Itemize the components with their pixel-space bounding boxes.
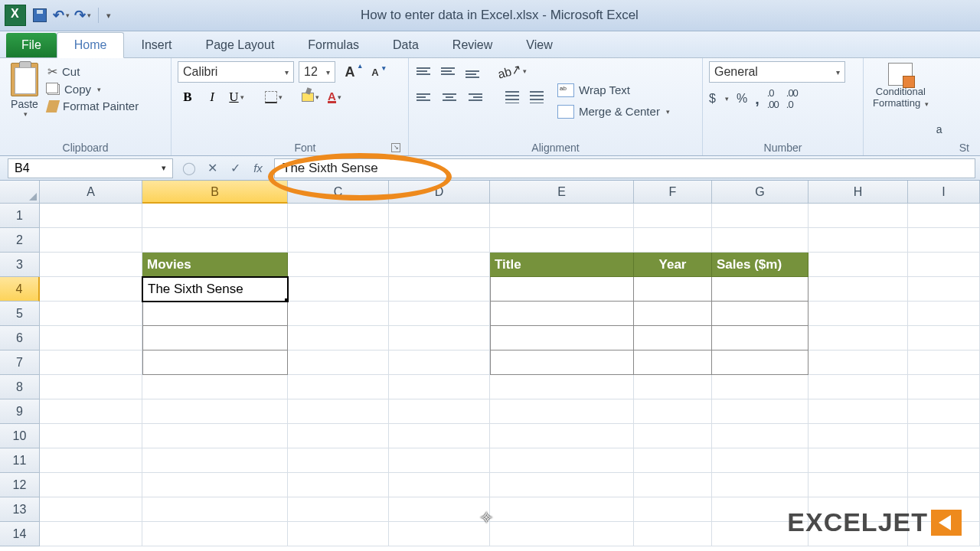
row-header-11[interactable]: 11 — [0, 448, 40, 473]
cell-B12[interactable] — [142, 473, 288, 497]
row-header-2[interactable]: 2 — [0, 228, 40, 253]
cell-G7[interactable] — [712, 350, 808, 375]
cell-E7[interactable] — [490, 350, 634, 375]
cell-B11[interactable] — [142, 448, 288, 473]
insert-function-button[interactable]: fx — [247, 158, 270, 178]
cell-H8[interactable] — [808, 375, 908, 399]
save-button[interactable] — [31, 6, 49, 24]
cell-E14[interactable] — [490, 522, 634, 546]
cell-F5[interactable] — [634, 302, 712, 326]
cell-D13[interactable] — [389, 497, 490, 522]
cell-C2[interactable] — [288, 228, 389, 253]
cell-B7[interactable] — [142, 350, 288, 375]
italic-button[interactable]: I — [202, 87, 222, 107]
cell-A1[interactable] — [40, 204, 142, 228]
cut-button[interactable]: ✂Cut — [47, 64, 139, 79]
cell-I1[interactable] — [908, 204, 980, 228]
cell-H1[interactable] — [808, 204, 908, 228]
cell-C9[interactable] — [288, 399, 389, 424]
col-header-E[interactable]: E — [490, 181, 634, 204]
cell-B3[interactable]: Movies — [142, 253, 288, 277]
cell-A13[interactable] — [40, 497, 142, 522]
increase-indent-button[interactable] — [527, 87, 547, 107]
cell-C3[interactable] — [288, 253, 389, 277]
cell-D4[interactable] — [389, 277, 490, 302]
cell-C8[interactable] — [288, 375, 389, 399]
cell-G8[interactable] — [712, 375, 808, 399]
cell-E13[interactable] — [490, 497, 634, 522]
cell-G3[interactable]: Sales ($m) — [712, 253, 808, 277]
cell-D9[interactable] — [389, 399, 490, 424]
cell-A2[interactable] — [40, 228, 142, 253]
cell-I3[interactable] — [908, 253, 980, 277]
cell-F8[interactable] — [634, 375, 712, 399]
cell-E2[interactable] — [490, 228, 634, 253]
align-left-button[interactable] — [415, 87, 435, 107]
col-header-B[interactable]: B — [142, 181, 288, 204]
cell-F12[interactable] — [634, 473, 712, 497]
col-header-I[interactable]: I — [908, 181, 980, 204]
cell-H12[interactable] — [808, 473, 908, 497]
cell-I8[interactable] — [908, 375, 980, 399]
cell-G11[interactable] — [712, 448, 808, 473]
number-format-combo[interactable]: General▾ — [709, 61, 845, 83]
cell-A10[interactable] — [40, 424, 142, 448]
row-header-4[interactable]: 4 — [0, 277, 40, 302]
cell-F6[interactable] — [634, 326, 712, 350]
row-header-14[interactable]: 14 — [0, 522, 40, 546]
cell-C7[interactable] — [288, 350, 389, 375]
cell-D1[interactable] — [389, 204, 490, 228]
cell-A11[interactable] — [40, 448, 142, 473]
cell-C5[interactable] — [288, 302, 389, 326]
name-box[interactable]: B4▾ — [8, 158, 173, 178]
cell-I2[interactable] — [908, 228, 980, 253]
cell-G1[interactable] — [712, 204, 808, 228]
row-header-10[interactable]: 10 — [0, 424, 40, 448]
grow-font-button[interactable]: A — [340, 62, 360, 82]
cell-H4[interactable] — [808, 277, 908, 302]
paste-button[interactable]: Paste ▾ — [6, 61, 43, 140]
cell-H6[interactable] — [808, 326, 908, 350]
align-right-button[interactable] — [464, 87, 484, 107]
cell-C1[interactable] — [288, 204, 389, 228]
cell-D6[interactable] — [389, 326, 490, 350]
wrap-text-button[interactable]: Wrap Text — [557, 83, 670, 97]
cancel-button[interactable]: ✕ — [201, 158, 224, 178]
cell-C12[interactable] — [288, 473, 389, 497]
cell-E3[interactable]: Title — [490, 253, 634, 277]
tab-insert[interactable]: Insert — [124, 33, 188, 57]
cell-A4[interactable] — [40, 277, 142, 302]
cell-E4[interactable] — [490, 277, 634, 302]
cell-C4[interactable] — [288, 277, 389, 302]
cell-A9[interactable] — [40, 399, 142, 424]
tab-formulas[interactable]: Formulas — [291, 33, 376, 57]
cell-H10[interactable] — [808, 424, 908, 448]
col-header-A[interactable]: A — [40, 181, 142, 204]
cell-A8[interactable] — [40, 375, 142, 399]
percent-button[interactable]: % — [737, 92, 747, 106]
align-middle-button[interactable] — [439, 61, 459, 81]
cell-H7[interactable] — [808, 350, 908, 375]
cell-G12[interactable] — [712, 473, 808, 497]
cell-B2[interactable] — [142, 228, 288, 253]
cell-D2[interactable] — [389, 228, 490, 253]
cell-F11[interactable] — [634, 448, 712, 473]
cell-I11[interactable] — [908, 448, 980, 473]
cell-G10[interactable] — [712, 424, 808, 448]
cell-D11[interactable] — [389, 448, 490, 473]
cell-H11[interactable] — [808, 448, 908, 473]
row-header-6[interactable]: 6 — [0, 326, 40, 350]
cell-F7[interactable] — [634, 350, 712, 375]
row-header-13[interactable]: 13 — [0, 497, 40, 522]
tab-review[interactable]: Review — [436, 33, 509, 57]
cell-C10[interactable] — [288, 424, 389, 448]
cell-G4[interactable] — [712, 277, 808, 302]
row-header-5[interactable]: 5 — [0, 302, 40, 326]
cell-A14[interactable] — [40, 522, 142, 546]
cell-D12[interactable] — [389, 473, 490, 497]
cell-E5[interactable] — [490, 302, 634, 326]
decrease-indent-button[interactable] — [502, 87, 522, 107]
cell-C13[interactable] — [288, 497, 389, 522]
col-header-D[interactable]: D — [389, 181, 490, 204]
cell-E9[interactable] — [490, 399, 634, 424]
